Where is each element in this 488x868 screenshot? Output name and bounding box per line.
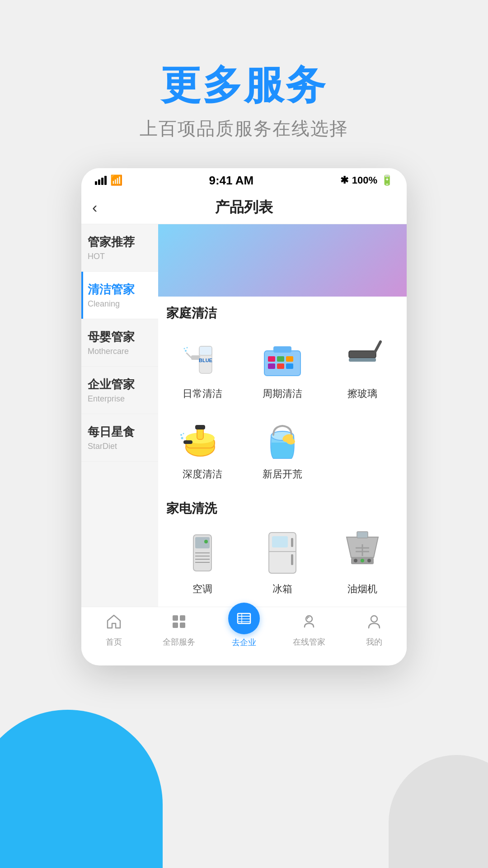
status-bar: 📶 9:41 AM ✱ 100% 🔋	[81, 168, 407, 191]
range-hood-label: 油烟机	[347, 582, 377, 596]
sidebar-item-cleaning-label: 清洁管家	[88, 282, 152, 297]
svg-point-45	[354, 559, 357, 562]
enterprise-tab-icon	[228, 603, 260, 634]
sidebar: 管家推荐 HOT 清洁管家 Cleaning 母婴管家 Mothercare 企…	[81, 224, 158, 607]
sidebar-item-mothercare[interactable]: 母婴管家 Mothercare	[81, 319, 158, 367]
service-deep-cleaning[interactable]: 深度清洁	[163, 407, 243, 487]
service-fridge[interactable]: 冰箱	[243, 522, 323, 602]
svg-rect-15	[286, 363, 293, 369]
mine-tab-icon	[366, 613, 382, 634]
phone-mockup: 📶 9:41 AM ✱ 100% 🔋 ‹ 产品列表 管家推荐 HOT 清洁管家 …	[81, 168, 407, 665]
status-time: 9:41 AM	[209, 174, 253, 188]
sidebar-item-stardiet[interactable]: 每日星食 StarDiet	[81, 414, 158, 462]
sidebar-item-enterprise[interactable]: 企业管家 Enterprise	[81, 367, 158, 414]
sidebar-item-cleaning-sublabel: Cleaning	[88, 299, 152, 309]
svg-rect-17	[349, 358, 376, 362]
tab-mine-label: 我的	[366, 637, 382, 647]
glass-cleaning-icon	[338, 333, 387, 382]
service-periodic-cleaning[interactable]: 周期清洁	[243, 326, 323, 407]
svg-rect-32	[195, 537, 210, 548]
tab-services[interactable]: 全部服务	[146, 613, 211, 647]
fridge-label: 冰箱	[272, 582, 292, 596]
status-left: 📶	[95, 175, 122, 186]
sidebar-item-enterprise-sublabel: Enterprise	[88, 394, 152, 404]
header-title: 更多服务	[0, 63, 488, 107]
fridge-icon	[258, 528, 307, 578]
category-banner	[158, 224, 407, 297]
tab-enterprise[interactable]: 去企业	[211, 613, 277, 648]
new-home-label: 新居开荒	[263, 467, 302, 481]
sidebar-item-hot-sublabel: HOT	[88, 252, 152, 261]
header-subtitle: 上百项品质服务在线选择	[0, 116, 488, 141]
deep-cleaning-icon	[178, 413, 227, 463]
glass-cleaning-label: 擦玻璃	[347, 387, 377, 401]
svg-text:BLUE: BLUE	[199, 358, 212, 363]
status-right: ✱ 100% 🔋	[340, 175, 393, 186]
tab-bar: 首页 全部服务	[81, 607, 407, 657]
sidebar-item-mothercare-sublabel: Mothercare	[88, 347, 152, 356]
appliance-cleaning-grid: 空调	[158, 522, 407, 607]
sidebar-item-enterprise-label: 企业管家	[88, 377, 152, 392]
deep-cleaning-label: 深度清洁	[183, 467, 222, 481]
back-button[interactable]: ‹	[92, 198, 97, 216]
service-daily-cleaning[interactable]: BLUE 日常清洁	[163, 326, 243, 407]
bg-bottom-left	[0, 710, 163, 868]
service-glass-cleaning[interactable]: 擦玻璃	[322, 326, 402, 407]
svg-line-2	[187, 353, 191, 358]
svg-rect-13	[268, 363, 275, 369]
main-content: 管家推荐 HOT 清洁管家 Cleaning 母婴管家 Mothercare 企…	[81, 224, 407, 607]
svg-rect-40	[291, 538, 293, 547]
svg-rect-52	[180, 615, 185, 621]
svg-point-46	[361, 559, 364, 562]
svg-rect-42	[272, 536, 288, 547]
manager-tab-icon	[301, 613, 317, 634]
service-new-home[interactable]: 新居开荒	[243, 407, 323, 487]
tab-mine[interactable]: 我的	[342, 613, 407, 647]
new-home-icon	[258, 413, 307, 463]
svg-rect-3	[199, 346, 212, 355]
svg-rect-22	[183, 440, 192, 444]
tab-manager[interactable]: 在线管家	[277, 613, 342, 647]
svg-point-5	[185, 350, 187, 352]
svg-rect-8	[264, 351, 300, 376]
header-section: 更多服务 上百项品质服务在线选择	[0, 0, 488, 168]
services-tab-icon	[171, 613, 187, 634]
service-ac[interactable]: 空调	[163, 522, 243, 602]
home-tab-icon	[106, 613, 122, 634]
svg-point-23	[181, 437, 183, 439]
svg-rect-10	[268, 356, 275, 362]
daily-cleaning-label: 日常清洁	[183, 387, 222, 401]
svg-point-7	[187, 347, 188, 348]
svg-rect-44	[357, 532, 368, 538]
svg-rect-54	[180, 623, 185, 628]
daily-cleaning-icon: BLUE	[178, 333, 227, 382]
svg-rect-12	[286, 356, 293, 362]
tab-enterprise-label: 去企业	[232, 637, 256, 648]
sidebar-item-hot[interactable]: 管家推荐 HOT	[81, 224, 158, 272]
tab-services-label: 全部服务	[163, 637, 195, 647]
section-title-home-cleaning: 家庭清洁	[158, 297, 407, 326]
svg-point-47	[367, 559, 371, 562]
tab-home[interactable]: 首页	[81, 613, 146, 647]
wifi-icon: 📶	[110, 175, 122, 186]
svg-point-24	[180, 434, 182, 436]
svg-rect-14	[277, 363, 284, 369]
svg-point-61	[371, 616, 377, 622]
svg-rect-16	[349, 351, 376, 358]
battery-percent: 100%	[352, 175, 377, 186]
svg-rect-11	[277, 356, 284, 362]
service-range-hood[interactable]: 油烟机	[322, 522, 402, 602]
svg-line-18	[374, 342, 380, 354]
bluetooth-icon: ✱	[340, 175, 348, 186]
sidebar-item-hot-label: 管家推荐	[88, 234, 152, 250]
svg-point-25	[183, 433, 184, 434]
svg-rect-51	[173, 615, 178, 621]
battery-icon: 🔋	[381, 175, 393, 186]
right-content: 家庭清洁 BLUE	[158, 224, 407, 607]
sidebar-item-cleaning[interactable]: 清洁管家 Cleaning	[81, 272, 158, 319]
sidebar-item-mothercare-label: 母婴管家	[88, 329, 152, 345]
svg-rect-53	[173, 623, 178, 628]
range-hood-icon	[338, 528, 387, 578]
nav-title: 产品列表	[215, 198, 273, 217]
bg-bottom-right	[389, 755, 488, 868]
